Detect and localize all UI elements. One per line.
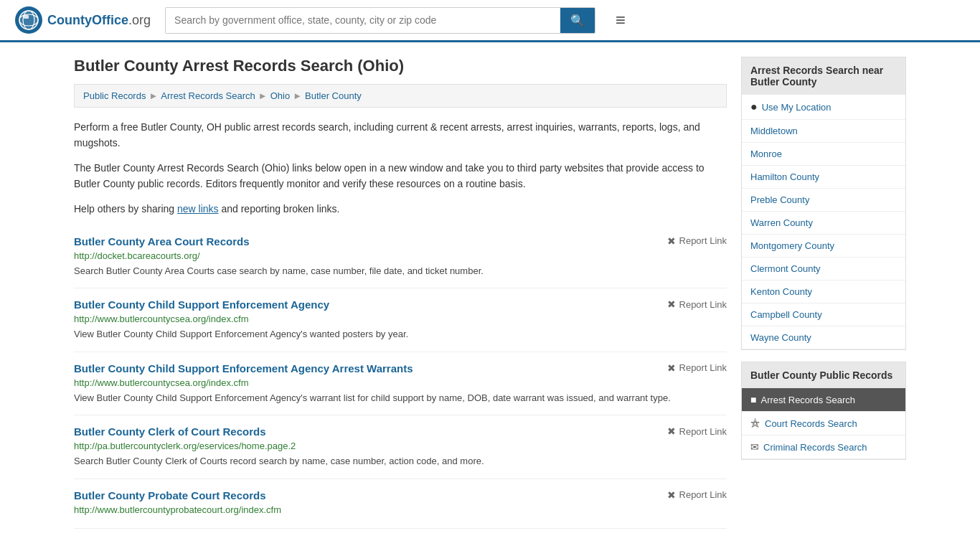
- record-header: Butler County Area Court Records ✖ Repor…: [74, 235, 727, 248]
- record-url: http://www.butlercountyprobatecourt.org/…: [74, 504, 727, 515]
- report-link[interactable]: ✖ Report Link: [667, 489, 727, 501]
- report-label: Report Link: [679, 426, 727, 437]
- breadcrumb-ohio[interactable]: Ohio: [270, 90, 290, 101]
- description-2: The Butler County Arrest Records Search …: [74, 160, 727, 192]
- report-icon: ✖: [667, 489, 676, 501]
- sidebar: Arrest Records Search near Butler County…: [741, 57, 906, 529]
- record-item: Butler County Child Support Enforcement …: [74, 288, 727, 352]
- sidebar-item-kenton[interactable]: Kenton County: [742, 281, 905, 303]
- svg-rect-5: [24, 15, 29, 19]
- sidebar-item-warren[interactable]: Warren County: [742, 212, 905, 235]
- court-icon: ⛤: [750, 418, 760, 429]
- sidebar-item-preble[interactable]: Preble County: [742, 189, 905, 212]
- record-desc: Search Butler County Area Courts case se…: [74, 264, 727, 278]
- page-title: Butler County Arrest Records Search (Ohi…: [74, 57, 727, 75]
- report-link[interactable]: ✖ Report Link: [667, 425, 727, 437]
- report-icon: ✖: [667, 235, 676, 247]
- search-icon: 🔍: [570, 14, 585, 27]
- description-1: Perform a free Butler County, OH public …: [74, 119, 727, 151]
- record-url: http://pa.butlercountyclerk.org/eservice…: [74, 441, 727, 451]
- record-title[interactable]: Butler County Probate Court Records: [74, 489, 266, 501]
- record-header: Butler County Child Support Enforcement …: [74, 298, 727, 311]
- record-desc: View Butler County Child Support Enforce…: [74, 327, 727, 342]
- sidebar-item-criminal-records[interactable]: ✉ Criminal Records Search: [742, 435, 905, 459]
- report-icon: ✖: [667, 425, 676, 437]
- record-url: http://docket.bcareacourts.org/: [74, 250, 727, 261]
- report-label: Report Link: [679, 299, 727, 310]
- sidebar-nearby-header: Arrest Records Search near Butler County: [742, 57, 905, 95]
- criminal-icon: ✉: [750, 441, 759, 453]
- sidebar-item-clermont[interactable]: Clermont County: [742, 258, 905, 281]
- report-label: Report Link: [679, 235, 727, 246]
- record-title[interactable]: Butler County Area Court Records: [74, 235, 249, 248]
- sidebar-item-arrest-records[interactable]: ■ Arrest Records Search: [742, 388, 905, 412]
- breadcrumb-sep-3: ►: [293, 90, 302, 101]
- sidebar-item-middletown[interactable]: Middletown: [742, 120, 905, 143]
- sidebar-public-records-header: Butler County Public Records: [742, 362, 905, 388]
- sidebar-public-records-section: Butler County Public Records ■ Arrest Re…: [741, 362, 906, 460]
- header: CountyOffice.org 🔍 ≡: [0, 0, 980, 42]
- record-header: Butler County Probate Court Records ✖ Re…: [74, 489, 727, 501]
- record-item: Butler County Probate Court Records ✖ Re…: [74, 479, 727, 529]
- search-bar: 🔍: [165, 7, 595, 34]
- sidebar-nearby-section: Arrest Records Search near Butler County…: [741, 57, 906, 350]
- report-icon: ✖: [667, 362, 676, 374]
- breadcrumb-public-records[interactable]: Public Records: [83, 90, 146, 101]
- record-url: http://www.butlercountycsea.org/index.cf…: [74, 314, 727, 324]
- sidebar-use-location[interactable]: ● Use My Location: [742, 95, 905, 120]
- sidebar-item-court-records[interactable]: ⛤ Court Records Search: [742, 412, 905, 435]
- report-link[interactable]: ✖ Report Link: [667, 362, 727, 374]
- record-url: http://www.butlercountycsea.org/index.cf…: [74, 377, 727, 388]
- record-desc: View Butler County Child Support Enforce…: [74, 391, 727, 405]
- report-label: Report Link: [679, 362, 727, 373]
- record-title[interactable]: Butler County Clerk of Court Records: [74, 425, 266, 438]
- new-links-link[interactable]: new links: [177, 203, 219, 215]
- sidebar-item-hamilton[interactable]: Hamilton County: [742, 166, 905, 189]
- menu-button[interactable]: ≡: [616, 10, 626, 30]
- logo-icon: [14, 6, 43, 34]
- record-desc: Search Butler County Clerk of Courts rec…: [74, 454, 727, 468]
- logo-text: CountyOffice.org: [47, 13, 151, 28]
- sidebar-item-montgomery[interactable]: Montgomery County: [742, 235, 905, 258]
- desc3-suffix: and reporting broken links.: [219, 203, 340, 215]
- search-input[interactable]: [166, 8, 560, 33]
- report-link[interactable]: ✖ Report Link: [667, 298, 727, 310]
- record-item: Butler County Clerk of Court Records ✖ R…: [74, 415, 727, 479]
- report-link[interactable]: ✖ Report Link: [667, 235, 727, 247]
- breadcrumb-arrest-records[interactable]: Arrest Records Search: [161, 90, 255, 101]
- search-button[interactable]: 🔍: [560, 8, 595, 33]
- description-3: Help others by sharing new links and rep…: [74, 201, 727, 217]
- record-title[interactable]: Butler County Child Support Enforcement …: [74, 362, 413, 375]
- record-item: Butler County Child Support Enforcement …: [74, 352, 727, 416]
- location-icon: ●: [750, 100, 758, 113]
- sidebar-item-campbell[interactable]: Campbell County: [742, 303, 905, 326]
- sidebar-item-monroe[interactable]: Monroe: [742, 143, 905, 166]
- main-content: Butler County Arrest Records Search (Ohi…: [74, 57, 727, 529]
- record-item: Butler County Area Court Records ✖ Repor…: [74, 225, 727, 289]
- sidebar-item-wayne[interactable]: Wayne County: [742, 326, 905, 349]
- record-header: Butler County Clerk of Court Records ✖ R…: [74, 425, 727, 438]
- arrest-icon: ■: [750, 394, 756, 405]
- records-list: Butler County Area Court Records ✖ Repor…: [74, 225, 727, 529]
- desc3-prefix: Help others by sharing: [74, 203, 177, 215]
- breadcrumb: Public Records ► Arrest Records Search ►…: [74, 84, 727, 108]
- record-title[interactable]: Butler County Child Support Enforcement …: [74, 298, 329, 311]
- record-header: Butler County Child Support Enforcement …: [74, 362, 727, 375]
- breadcrumb-butler-county[interactable]: Butler County: [305, 90, 362, 101]
- logo[interactable]: CountyOffice.org: [14, 6, 151, 34]
- breadcrumb-sep-2: ►: [258, 90, 268, 101]
- content-wrapper: Butler County Arrest Records Search (Ohi…: [60, 42, 920, 543]
- breadcrumb-sep-1: ►: [149, 90, 158, 101]
- report-label: Report Link: [679, 489, 727, 500]
- report-icon: ✖: [667, 298, 676, 310]
